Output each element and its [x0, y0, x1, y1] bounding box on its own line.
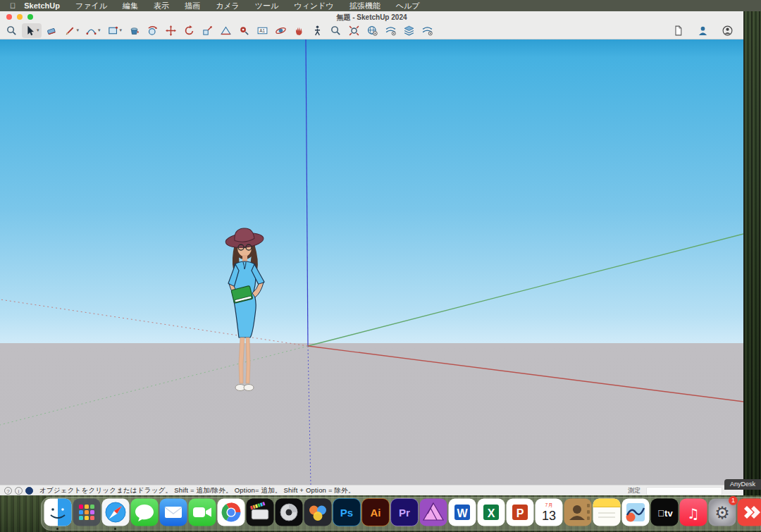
dock-apple-tv-icon[interactable]: tv	[650, 498, 679, 526]
tool-account-button[interactable]	[719, 23, 736, 38]
paint-bucket-icon	[128, 25, 140, 37]
menu-draw[interactable]: 描画	[177, 1, 208, 11]
anydesk-tooltip[interactable]: AnyDesk	[724, 479, 761, 490]
dock-illustrator-icon[interactable]: Ai	[361, 498, 390, 526]
tool-tape-measure-button[interactable]	[218, 23, 234, 38]
tool-eraser-button[interactable]	[44, 23, 60, 38]
measurements-label: 測定	[628, 486, 641, 495]
pan-icon	[293, 25, 305, 37]
dock-music-icon[interactable]: ♫	[679, 498, 707, 526]
tool-pan-button[interactable]	[291, 23, 307, 38]
dock-davinci-resolve-icon[interactable]	[304, 498, 332, 526]
position-camera-icon	[238, 25, 250, 37]
dock-notes-icon[interactable]	[593, 498, 621, 526]
dock-contacts-icon[interactable]	[564, 498, 592, 526]
tool-shapes-button[interactable]: ▾	[105, 23, 125, 38]
dock-affinity-photo-icon[interactable]	[419, 498, 447, 526]
tool-zoom-button[interactable]	[328, 23, 344, 38]
svg-text:Ai: Ai	[371, 507, 381, 519]
dock-final-cut-pro-icon[interactable]	[246, 498, 274, 526]
tool-follow-me-button[interactable]	[144, 23, 161, 38]
tool-select-button[interactable]: ▾	[22, 23, 42, 38]
tool-position-camera-button[interactable]	[236, 23, 252, 38]
menu-camera[interactable]: カメラ	[208, 1, 247, 11]
svg-text:tv: tv	[657, 508, 673, 519]
dock-facetime-icon[interactable]	[188, 498, 216, 526]
dock-system-settings-icon[interactable]: ⚙1	[708, 498, 736, 526]
tape-measure-icon	[220, 25, 232, 37]
desktop-screen:  SketchUp ファイル 編集 表示 描画 カメラ ツール ウィンドウ 拡…	[0, 0, 761, 532]
tool-extension-warehouse-button[interactable]	[364, 23, 380, 38]
zoom-icon	[330, 25, 342, 37]
dock-premiere-pro-icon[interactable]: Pr	[390, 498, 419, 526]
shapes-icon	[107, 25, 119, 37]
menu-edit[interactable]: 編集	[115, 1, 146, 11]
tool-arc-button[interactable]: ▾	[83, 23, 103, 38]
chevron-down-icon[interactable]: ▾	[120, 27, 123, 33]
tool-people-button[interactable]	[695, 23, 711, 38]
dock-launchpad-icon[interactable]	[73, 498, 101, 526]
tool-walk-button[interactable]	[309, 23, 326, 38]
rotate-icon	[183, 25, 195, 37]
dock-anydesk-icon[interactable]	[737, 498, 761, 526]
dock-finder-icon[interactable]	[44, 498, 72, 526]
tool-model-info-button[interactable]	[670, 23, 686, 38]
person-figure[interactable]	[211, 223, 278, 397]
zoom-extents-icon	[348, 25, 360, 37]
tool-paint-bucket-button[interactable]	[126, 23, 142, 38]
info-icon[interactable]: i	[15, 487, 23, 495]
running-indicator	[56, 528, 58, 530]
line-icon	[64, 25, 76, 37]
dock-chrome-icon[interactable]	[217, 498, 245, 526]
tool-sandbox-stack-button[interactable]	[401, 23, 417, 38]
tool-scale-button[interactable]	[199, 23, 216, 38]
dock-safari-icon[interactable]	[101, 498, 130, 526]
tool-rotate-button[interactable]	[181, 23, 197, 38]
tool-zoom-extents-button[interactable]	[346, 23, 362, 38]
tool-sandbox-flip-a-button[interactable]	[383, 23, 399, 38]
model-viewport[interactable]	[0, 39, 743, 485]
sandbox-flip-a-icon	[385, 25, 397, 37]
measurements-input[interactable]	[646, 487, 722, 495]
dock-area: PsAiPrWXP7月13tv♫⚙1	[0, 495, 761, 532]
tool-text-button[interactable]	[254, 23, 271, 38]
menu-help[interactable]: ヘルプ	[388, 1, 428, 11]
dock-photoshop-icon[interactable]: Ps	[333, 498, 361, 526]
svg-text:X: X	[488, 507, 495, 519]
menu-extensions[interactable]: 拡張機能	[342, 1, 388, 11]
menu-tools[interactable]: ツール	[247, 1, 287, 11]
tool-search-button[interactable]	[4, 23, 20, 38]
tool-line-button[interactable]: ▾	[62, 23, 82, 38]
follow-me-icon	[147, 25, 159, 37]
dock-excel-icon[interactable]: X	[477, 498, 505, 526]
chevron-down-icon[interactable]: ▾	[77, 27, 80, 33]
menu-file[interactable]: ファイル	[68, 1, 115, 11]
menu-sketchup[interactable]: SketchUp	[16, 1, 68, 10]
dock-calendar-icon[interactable]: 7月13	[535, 498, 563, 526]
dock-mail-icon[interactable]	[159, 498, 187, 526]
apple-menu-icon[interactable]: 	[10, 1, 16, 10]
credits-icon[interactable]	[25, 487, 33, 495]
menu-bar:  SketchUp ファイル 編集 表示 描画 カメラ ツール ウィンドウ 拡…	[0, 0, 761, 11]
menu-window[interactable]: ウィンドウ	[286, 1, 341, 11]
window-title: 無題 - SketchUp 2024	[0, 13, 743, 23]
svg-text:7月: 7月	[545, 502, 553, 508]
text-icon	[256, 25, 268, 37]
toolbar-right-group	[670, 22, 738, 39]
chevron-down-icon[interactable]: ▾	[37, 27, 39, 33]
svg-text:W: W	[457, 507, 468, 519]
tool-sandbox-flip-b-button[interactable]	[419, 23, 435, 38]
geolocation-icon[interactable]: ?	[4, 487, 12, 495]
window-titlebar[interactable]: 無題 - SketchUp 2024	[0, 11, 743, 22]
svg-text:Pr: Pr	[399, 507, 410, 519]
dock-freeform-icon[interactable]	[621, 498, 650, 526]
dock-powerpoint-icon[interactable]: P	[506, 498, 534, 526]
dock-compressor-icon[interactable]	[275, 498, 303, 526]
tool-orbit-button[interactable]	[273, 23, 289, 38]
menu-view[interactable]: 表示	[146, 1, 177, 11]
chevron-down-icon[interactable]: ▾	[98, 27, 101, 33]
orbit-icon	[275, 25, 287, 37]
dock-messages-icon[interactable]	[130, 498, 159, 526]
dock-word-icon[interactable]: W	[448, 498, 476, 526]
tool-move-button[interactable]	[163, 23, 179, 38]
